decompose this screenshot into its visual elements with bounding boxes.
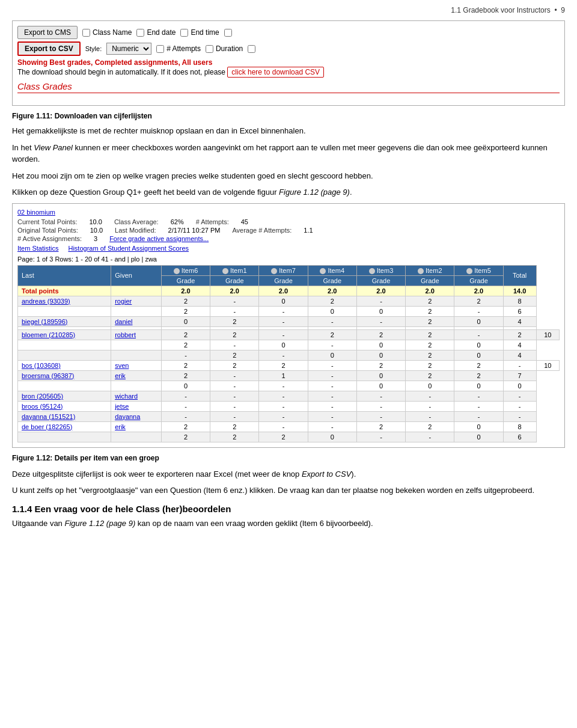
table-cell: - [308, 340, 356, 350]
student-given-link[interactable]: erik [115, 423, 126, 430]
table-cell: 2 [161, 421, 210, 432]
group-title[interactable]: 02 binomium [17, 209, 560, 216]
attempts-checkbox[interactable] [156, 45, 164, 53]
table-cell: daniel [111, 316, 162, 326]
table-cell: 2 [308, 296, 356, 306]
original-total-label: Original Total Points: [17, 227, 78, 234]
force-grade-link[interactable]: Force grade active assignments... [109, 235, 209, 242]
student-name-link[interactable]: broersma (96387) [22, 372, 74, 379]
style-label: Style: [85, 45, 102, 52]
table-cell: - [308, 381, 356, 391]
style-select[interactable]: Numeric [106, 43, 151, 55]
download-info-row: The download should begin in automatical… [17, 68, 560, 76]
table-cell: - [210, 401, 259, 411]
table-cell: 8 [503, 296, 536, 306]
table-cell: 2 [406, 316, 454, 326]
table-cell: - [503, 360, 536, 370]
table-cell: bos (103608) [18, 360, 111, 370]
student-name-link[interactable]: biegel (189596) [22, 318, 67, 325]
student-given-link[interactable]: robbert [115, 331, 136, 338]
table-cell: - [454, 329, 503, 340]
table-cell: 8 [503, 421, 536, 432]
extra-checkbox2[interactable] [248, 45, 255, 53]
table-cell: - [259, 401, 308, 411]
table-cell: 0 [406, 381, 454, 391]
table-cell: - [259, 391, 308, 401]
table-cell: 0 [259, 340, 308, 350]
body-p5: Deze uitgesplitste cijferlijst is ook we… [12, 468, 565, 480]
table-cell: wichard [111, 391, 162, 401]
table-cell: - [308, 421, 356, 432]
table-cell: 2 [406, 306, 454, 316]
table-cell: - [308, 411, 356, 421]
end-date-checkbox[interactable] [136, 29, 144, 37]
student-given-link[interactable]: jetse [115, 403, 129, 410]
table-cell: 0 [259, 296, 308, 306]
table-cell: 0 [161, 381, 210, 391]
table-cell: 2 [454, 370, 503, 381]
export-csv-button[interactable]: Export to CSV [17, 41, 81, 56]
student-name-link[interactable]: de boer (182265) [22, 423, 72, 430]
table-cell: erik [111, 370, 162, 381]
table-cell: - [308, 391, 356, 401]
table-cell: 0 [454, 432, 503, 442]
table-cell: 2 [161, 360, 210, 370]
student-name-link[interactable]: bos (103608) [22, 362, 61, 369]
item-statistics-link[interactable]: Item Statistics [17, 245, 58, 252]
table-cell: 0 [356, 370, 405, 381]
export-cms-button[interactable]: Export to CMS [17, 26, 78, 39]
attempts-checkbox-label: # Attempts [156, 44, 201, 53]
table-cell: - [161, 411, 210, 421]
duration-checkbox[interactable] [206, 45, 213, 53]
gradebook-detail-box: 02 binomium Current Total Points: 10.0 C… [12, 203, 565, 448]
student-given-link[interactable]: sven [115, 362, 129, 369]
th-item7-sub: Grade [259, 275, 308, 286]
active-assignments-label: # Active Assignments: [17, 235, 82, 242]
table-cell: 2 [161, 329, 210, 340]
histogram-link[interactable]: Histogram of Student Assignment Scores [68, 245, 189, 252]
th-item5-sub: Grade [454, 275, 503, 286]
table-cell: 4 [503, 340, 536, 350]
student-given-link[interactable]: erik [115, 372, 126, 379]
table-cell: - [259, 411, 308, 421]
student-name-link[interactable]: andreas (93039) [22, 298, 70, 305]
student-name-link[interactable]: bloemen (210285) [22, 331, 75, 338]
table-cell: jetse [111, 401, 162, 411]
table-cell [111, 340, 162, 350]
table-cell: - [210, 411, 259, 421]
student-given-link[interactable]: daniel [115, 318, 132, 325]
table-row: 2-0-0204 [18, 340, 560, 350]
active-assignments-value: 3 [94, 235, 97, 242]
total-points-cell: 2.0 [161, 286, 210, 296]
student-given-link[interactable]: rogier [115, 298, 132, 305]
th-last: Last [18, 265, 111, 286]
table-cell: 2 [210, 432, 259, 442]
table-row: bron (205605)wichard-------- [18, 391, 560, 401]
th-item4: Item4 [308, 265, 356, 275]
table-cell: 0 [454, 421, 503, 432]
th-item2-sub: Grade [406, 275, 454, 286]
table-row: 0---0000 [18, 381, 560, 391]
download-csv-link[interactable]: click here to download CSV [227, 67, 324, 78]
export-csv-italic: Export to CSV [302, 470, 351, 479]
student-given-link[interactable]: dayanna [115, 413, 140, 420]
table-cell: dayanna (151521) [18, 411, 111, 421]
student-name-link[interactable]: broos (95124) [22, 403, 63, 410]
student-name-link[interactable]: bron (205605) [22, 393, 63, 400]
table-cell: 2 [406, 360, 454, 370]
table-cell: rogier [111, 296, 162, 306]
table-cell: - [259, 316, 308, 326]
student-name-link[interactable]: dayanna (151521) [22, 413, 75, 420]
total-points-cell: 2.0 [210, 286, 259, 296]
table-cell [18, 340, 111, 350]
table-cell: 10 [536, 329, 559, 340]
end-time-checkbox[interactable] [180, 29, 188, 37]
th-item5: Item5 [454, 265, 503, 275]
class-avg-value: 62% [171, 218, 184, 225]
student-given-link[interactable]: wichard [115, 393, 138, 400]
table-cell: 0 [356, 381, 405, 391]
extra-checkbox[interactable] [224, 29, 232, 37]
table-cell: - [503, 411, 536, 421]
th-item3: Item3 [356, 265, 405, 275]
class-name-checkbox[interactable] [82, 29, 90, 37]
